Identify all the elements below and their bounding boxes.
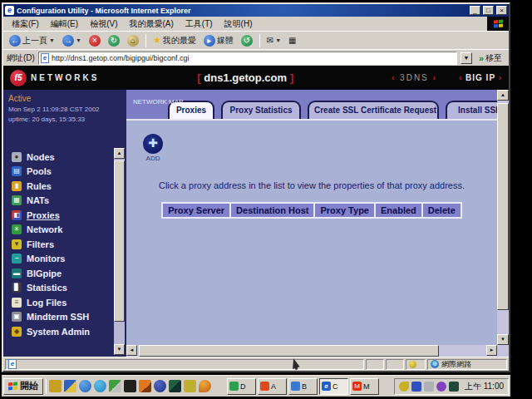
sidebar-item-log-files[interactable]: ≡Log Files [12,295,90,310]
sidebar-item-network[interactable]: ✳Network [12,223,90,238]
quicklaunch-icon[interactable] [64,380,76,392]
favorites-button[interactable]: ★ 我的最愛 [150,34,199,47]
quicklaunch-icon[interactable] [109,380,121,392]
sidebar-item-filters[interactable]: ▼Filters [12,237,90,252]
maximize-button[interactable]: □ [483,6,494,15]
statistics-icon: ▊ [12,283,22,293]
tray-icon[interactable] [424,382,434,392]
menu-view[interactable]: 檢視(V) [85,17,122,31]
sidebar-scrollbar[interactable]: ▲ ▼ [114,148,125,355]
window-title: Configuration Utility - Microsoft Intern… [17,7,467,15]
horizontal-scrollbar[interactable]: ◄ ► [126,345,497,357]
menu-favorites[interactable]: 我的最愛(A) [124,17,178,31]
media-label: 媒體 [217,35,234,47]
scroll-down-icon[interactable]: ▼ [114,344,125,355]
back-dropdown-icon[interactable]: ▼ [49,37,55,43]
col-delete: Delete [422,203,461,218]
sidebar-item-proxies[interactable]: ◧Proxies [12,208,90,223]
mail-dropdown-icon[interactable]: ▼ [275,37,281,43]
back-button[interactable]: ← 上一頁 ▼ [7,34,57,47]
quicklaunch-icon[interactable] [79,380,91,392]
task-button-ie-active[interactable]: eC [319,378,348,395]
go-arrow-icon: » [479,53,484,63]
task-button-3[interactable]: B [288,378,318,395]
menu-edit[interactable]: 編輯(E) [46,17,83,31]
tray-icon[interactable] [449,382,459,392]
sidebar-item-pools[interactable]: ▤Pools [12,165,90,180]
network-map-label: NETWORK MAP [133,98,183,106]
network-map-button[interactable]: NETWORK MAP [133,92,165,107]
quicklaunch-icon[interactable] [199,380,211,392]
quicklaunch-icon[interactable] [49,380,62,392]
link-3dns[interactable]: ‹ 3DNS › [392,73,437,82]
sidebar-item-monitors[interactable]: ~Monitors [12,252,90,267]
windows-flag-icon [8,382,17,391]
sidebar-item-system-admin[interactable]: ◆System Admin [12,324,90,339]
sidebar-item-mindterm-ssh[interactable]: ▣Mindterm SSH [12,310,90,325]
go-button[interactable]: » 移至 [475,52,505,64]
tab-proxy-statistics[interactable]: Proxy Statistics [221,101,301,119]
tab-install-ssl-certificate[interactable]: Install SSL Certif [446,101,497,119]
menu-tools[interactable]: 工具(T) [180,17,218,31]
history-button[interactable]: ↺ [239,34,255,47]
menu-bar: 檔案(F) 編輯(E) 檢視(V) 我的最愛(A) 工具(T) 說明(H) [3,17,509,31]
home-button[interactable]: ⌂ [125,34,141,47]
add-button[interactable]: ✚ ADD [141,134,165,162]
vertical-scrollbar[interactable]: ▲ ▼ [497,90,509,357]
tab-create-ssl-certificate-request[interactable]: Create SSL Certificate Request [308,101,439,119]
scroll-right-icon[interactable]: ► [486,345,497,356]
quicklaunch-icon[interactable] [124,380,136,392]
main-area: Active Mon Sep 2 11:09:28 CST 2002 uptim… [3,90,509,357]
menu-file[interactable]: 檔案(F) [7,17,44,31]
quicklaunch-icon[interactable] [94,380,106,392]
scroll-left-icon[interactable]: ◄ [126,345,137,356]
vertical-scroll-thumb[interactable] [497,103,509,310]
status-pane [386,359,404,370]
quicklaunch-icon[interactable] [169,380,181,392]
scroll-up-icon[interactable]: ▲ [114,148,125,159]
sidebar-item-rules[interactable]: ▮Rules [12,179,90,194]
tab-bar: NETWORK MAP Proxies Proxy Statistics Cre… [126,90,497,121]
screen: e Configuration Utility - Microsoft Inte… [0,0,532,399]
quicklaunch-icon[interactable] [139,380,151,392]
address-input[interactable]: e http://dns1.getop.com/bigipgui/bigconf… [38,52,457,65]
sidebar-scroll-thumb[interactable] [114,160,125,322]
sidebar-item-statistics[interactable]: ▊Statistics [12,281,90,296]
table-header-row: Proxy Server Destination Host Proxy Type… [162,203,461,218]
start-button[interactable]: 開始 [3,378,43,395]
ie-icon: e [5,6,14,15]
refresh-button[interactable]: ↻ [106,34,122,47]
task-button-2[interactable]: A [258,378,287,395]
desktop: e Configuration Utility - Microsoft Inte… [2,2,512,396]
scroll-down-icon[interactable]: ▼ [497,334,509,345]
sidebar-item-bigpipe[interactable]: ▬BIGpipe [12,266,90,281]
document-icon: e [8,359,17,369]
link-bigip[interactable]: ‹ BIG IP › [459,73,502,82]
close-button[interactable]: × [496,6,507,15]
mail-button[interactable]: ✉▼ [264,35,283,46]
speaker-icon[interactable] [399,382,409,392]
minimize-button[interactable]: _ [470,6,480,15]
sidebar-item-nodes[interactable]: ●Nodes [12,150,90,165]
tray-icon[interactable] [436,382,446,392]
menu-help[interactable]: 說明(H) [219,17,258,31]
task-button-5[interactable]: MM [350,378,379,395]
tray-icon[interactable] [411,382,421,392]
media-button[interactable]: ▸ 媒體 [201,34,236,47]
scroll-up-icon[interactable]: ▲ [497,90,509,101]
forward-dropdown-icon[interactable]: ▼ [76,37,81,43]
forward-button[interactable]: → ▼ [60,34,84,47]
taskbar-separator [46,379,47,394]
sidebar: Active Mon Sep 2 11:09:28 CST 2002 uptim… [3,90,126,357]
taskbar: 開始 D A B eC MM 上午 11:00 [2,375,510,397]
col-proxy-type: Proxy Type [314,203,375,218]
sidebar-item-nats[interactable]: ▦NATs [12,194,90,209]
stop-button[interactable]: × [86,34,103,47]
quicklaunch-icon[interactable] [154,380,166,392]
horizontal-scroll-thumb[interactable] [139,345,439,357]
address-dropdown-icon[interactable]: ▼ [461,52,472,64]
mail-icon: ✉ [267,36,273,45]
quicklaunch-icon[interactable] [184,380,196,392]
print-button[interactable]: ▦ [286,35,298,46]
task-button-1[interactable]: D [227,378,256,395]
